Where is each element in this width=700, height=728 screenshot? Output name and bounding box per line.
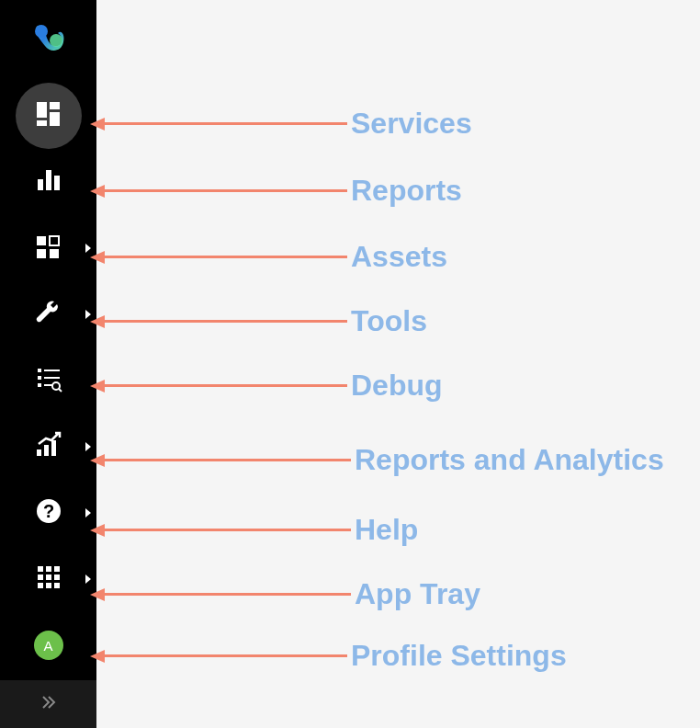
sidebar-item-reports[interactable] (0, 149, 96, 215)
arrow-left-icon (90, 524, 105, 537)
sidebar-item-services[interactable] (0, 83, 96, 149)
svg-rect-26 (38, 566, 43, 572)
svg-rect-13 (38, 369, 41, 372)
arrow-left-icon (90, 315, 105, 328)
avatar-initial: A (43, 638, 52, 654)
svg-rect-10 (50, 236, 59, 245)
sidebar-item-help[interactable]: ? (0, 480, 96, 546)
sidebar-item-app-tray[interactable] (0, 546, 96, 612)
chevron-right-icon (85, 508, 91, 518)
annotation-help: Help (103, 513, 418, 547)
dashboard-icon (35, 100, 62, 131)
svg-rect-3 (50, 102, 60, 109)
annotation-debug: Debug (103, 369, 443, 403)
arrow-left-icon (90, 588, 105, 601)
annotation-app-tray: App Tray (103, 577, 480, 611)
annotation-label: Tools (351, 304, 427, 338)
svg-point-19 (52, 382, 60, 390)
svg-rect-28 (54, 566, 60, 572)
svg-rect-29 (38, 574, 43, 580)
arrow-left-icon (90, 380, 105, 392)
sidebar-item-reports-analytics[interactable] (0, 414, 96, 480)
chevron-double-right-icon (40, 693, 58, 715)
svg-rect-27 (46, 566, 51, 572)
annotation-assets: Assets (103, 240, 447, 274)
arrow-left-icon (90, 185, 105, 198)
arrow-left-icon (90, 454, 105, 467)
svg-rect-14 (44, 370, 60, 371)
arrow-left-icon (90, 650, 105, 663)
svg-rect-6 (38, 179, 43, 190)
sidebar-item-assets[interactable] (0, 215, 96, 281)
wrench-icon (35, 299, 62, 330)
svg-line-20 (59, 389, 62, 392)
annotation-label: Reports and Analytics (355, 443, 664, 477)
expand-sidebar-button[interactable] (0, 680, 96, 728)
sidebar-item-profile[interactable]: A (0, 612, 96, 678)
annotation-label: Profile Settings (351, 639, 567, 673)
svg-rect-12 (50, 249, 59, 258)
annotation-services: Services (103, 107, 472, 141)
analytics-icon (35, 431, 62, 462)
bar-chart-icon (35, 166, 62, 198)
svg-rect-8 (54, 176, 60, 190)
svg-rect-33 (46, 583, 51, 588)
annotation-label: Help (355, 513, 418, 547)
svg-rect-30 (46, 574, 51, 580)
avatar: A (34, 631, 63, 660)
arrow-left-icon (90, 118, 105, 131)
arrow-left-icon (90, 251, 105, 264)
annotation-reports: Reports (103, 174, 462, 208)
svg-point-0 (35, 25, 48, 38)
annotation-reports-analytics: Reports and Analytics (103, 443, 664, 477)
svg-rect-31 (54, 574, 60, 580)
svg-rect-11 (37, 249, 46, 258)
annotation-label: Services (351, 107, 472, 141)
svg-rect-34 (54, 583, 60, 588)
list-search-icon (35, 365, 62, 396)
svg-rect-16 (44, 377, 60, 379)
svg-rect-5 (37, 120, 47, 126)
sidebar-item-tools[interactable] (0, 281, 96, 347)
svg-rect-22 (44, 445, 49, 456)
webex-logo (30, 20, 67, 57)
svg-rect-17 (38, 383, 41, 387)
svg-rect-2 (37, 102, 47, 118)
chevron-right-icon (85, 442, 91, 451)
svg-rect-4 (50, 112, 60, 126)
svg-text:?: ? (42, 501, 53, 521)
svg-rect-23 (51, 440, 56, 456)
apps-grid-icon (35, 563, 62, 595)
annotation-label: Debug (351, 369, 443, 403)
annotation-label: App Tray (355, 577, 480, 611)
annotation-tools: Tools (103, 304, 427, 338)
annotation-label: Assets (351, 240, 447, 274)
help-icon: ? (35, 497, 62, 529)
chevron-right-icon (85, 574, 91, 584)
svg-rect-15 (38, 376, 41, 380)
annotation-label: Reports (351, 174, 462, 208)
svg-rect-21 (37, 449, 41, 456)
sidebar-item-debug[interactable] (0, 347, 96, 414)
svg-rect-7 (46, 170, 51, 190)
svg-rect-32 (38, 583, 43, 588)
assets-grid-icon (35, 233, 62, 264)
sidebar: ? (0, 0, 96, 680)
svg-rect-9 (37, 236, 46, 245)
svg-point-1 (50, 34, 62, 47)
annotation-profile: Profile Settings (103, 639, 567, 673)
